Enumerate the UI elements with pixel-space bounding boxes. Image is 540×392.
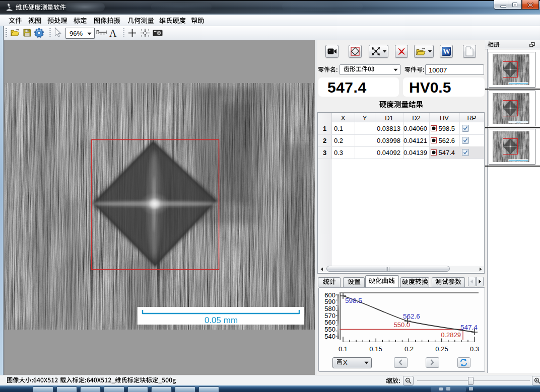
svg-text:0.25: 0.25 [435,345,448,353]
svg-text:0.15: 0.15 [369,345,382,353]
svg-text:0.3: 0.3 [470,345,479,353]
svg-text:540: 540 [324,333,335,340]
svg-text:562.6: 562.6 [403,312,420,320]
svg-text:0.2: 0.2 [404,345,414,353]
svg-text:598.5: 598.5 [345,297,362,304]
svg-text:0.1: 0.1 [339,345,348,353]
svg-text:0.2829: 0.2829 [441,331,461,339]
svg-text:547.4: 547.4 [460,324,478,331]
